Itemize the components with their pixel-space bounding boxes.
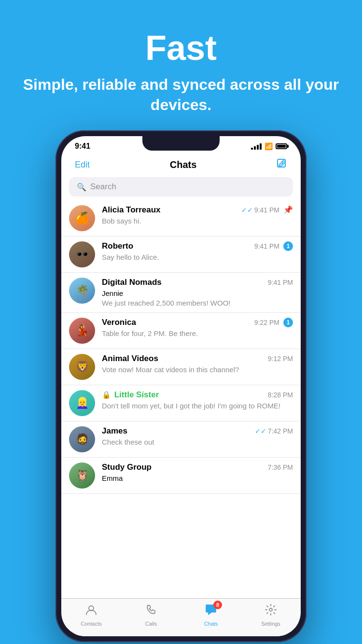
chat-preview-sister: Don't tell mom yet, but I got the job! I… — [102, 401, 293, 411]
avatar-animal: 🦁 — [69, 354, 95, 380]
chat-name-animal: Animal Videos — [102, 354, 158, 364]
double-check-james-icon: ✓✓ — [255, 427, 266, 435]
signal-icon — [251, 143, 262, 150]
chat-item-study[interactable]: 🦉 Study Group 7:36 PM Emma — [61, 458, 301, 494]
settings-icon — [265, 603, 277, 619]
chat-name-sister: 🔒 Little Sister — [102, 390, 159, 400]
avatar-study: 🦉 — [69, 462, 95, 489]
chat-item-sister[interactable]: 👱‍♀️ 🔒 Little Sister 8:28 PM Don't tell … — [61, 385, 301, 421]
page-title: Chats — [170, 159, 197, 170]
chat-time-sister: 8:28 PM — [268, 391, 293, 399]
chat-time-alicia: ✓✓9:41 PM — [241, 206, 279, 214]
chat-item-roberto[interactable]: 🕶️ Roberto 9:41 PM Say hello to Alice. 1 — [61, 237, 301, 273]
tab-settings[interactable]: Settings — [241, 603, 301, 627]
status-time: 9:41 — [75, 142, 90, 151]
chat-content-digital: Digital Nomads 9:41 PM JennieWe just rea… — [102, 278, 293, 308]
tab-calls[interactable]: Calls — [121, 603, 181, 627]
phone-mockup: 9:41 📶 Edit Chats — [56, 130, 306, 644]
svg-point-2 — [269, 608, 272, 611]
chat-meta-roberto: 1 — [283, 241, 293, 251]
chat-content-study: Study Group 7:36 PM Emma — [102, 462, 293, 483]
avatar-james: 🧔 — [69, 426, 95, 452]
chat-preview-animal: Vote now! Moar cat videos in this channe… — [102, 365, 293, 375]
chat-content-veronica: Veronica 9:22 PM Table for four, 2 PM. B… — [102, 318, 279, 338]
avatar-roberto: 🕶️ — [69, 241, 95, 267]
contacts-label: Contacts — [81, 621, 101, 627]
search-bar[interactable]: 🔍 Search — [69, 177, 293, 196]
hero-title: Fast — [19, 29, 343, 67]
chat-preview-roberto: Say hello to Alice. — [102, 252, 279, 262]
calls-label: Calls — [145, 621, 157, 627]
chat-item-james[interactable]: 🧔 James ✓✓7:42 PM Check these out — [61, 421, 301, 458]
tab-bar: Contacts Calls 8 — [61, 598, 301, 636]
tab-contacts[interactable]: Contacts — [61, 603, 121, 627]
chat-time-james: ✓✓7:42 PM — [255, 427, 293, 435]
chat-preview-veronica: Table for four, 2 PM. Be there. — [102, 329, 279, 338]
chat-preview-alicia: Bob says hi. — [102, 216, 279, 226]
chat-item-digital[interactable]: 🌴 Digital Nomads 9:41 PM JennieWe just r… — [61, 273, 301, 313]
calls-icon — [145, 603, 157, 619]
battery-icon — [276, 143, 287, 149]
search-icon: 🔍 — [77, 182, 86, 192]
chat-name-digital: Digital Nomads — [102, 278, 162, 287]
chat-item-animal[interactable]: 🦁 Animal Videos 9:12 PM Vote now! Moar c… — [61, 349, 301, 385]
hero-section: Fast Simple, reliable and synced across … — [0, 0, 362, 129]
chat-content-james: James ✓✓7:42 PM Check these out — [102, 426, 293, 447]
chat-name-study: Study Group — [102, 462, 152, 472]
chat-preview-digital: JennieWe just reached 2,500 members! WOO… — [102, 289, 293, 308]
contacts-icon — [85, 603, 97, 619]
chat-time-roberto: 9:41 PM — [254, 242, 279, 250]
chat-name-james: James — [102, 426, 127, 436]
chat-name-alicia: Alicia Torreaux — [102, 205, 161, 215]
chat-content-alicia: Alicia Torreaux ✓✓9:41 PM Bob says hi. — [102, 205, 279, 226]
avatar-sister: 👱‍♀️ — [69, 390, 95, 416]
double-check-icon: ✓✓ — [241, 206, 253, 214]
chat-time-study: 7:36 PM — [268, 463, 293, 471]
avatar-veronica: 💃 — [69, 318, 95, 344]
chat-time-veronica: 9:22 PM — [254, 319, 279, 326]
avatar-digital: 🌴 — [69, 278, 95, 304]
chat-content-roberto: Roberto 9:41 PM Say hello to Alice. — [102, 241, 279, 262]
avatar-alicia: 🍊 — [69, 205, 95, 231]
chat-meta-alicia: 📌 — [283, 205, 293, 214]
phone-screen: 9:41 📶 Edit Chats — [61, 136, 301, 636]
chat-item-veronica[interactable]: 💃 Veronica 9:22 PM Table for four, 2 PM.… — [61, 313, 301, 349]
chat-content-sister: 🔒 Little Sister 8:28 PM Don't tell mom y… — [102, 390, 293, 411]
chats-badge: 8 — [213, 601, 222, 609]
chat-time-digital: 9:41 PM — [268, 279, 293, 286]
phone-notch — [142, 136, 220, 151]
nav-bar: Edit Chats — [61, 154, 301, 177]
chat-item-alicia[interactable]: 🍊 Alicia Torreaux ✓✓9:41 PM Bob says hi.… — [61, 200, 301, 237]
chats-label: Chats — [204, 621, 218, 627]
edit-button[interactable]: Edit — [75, 160, 90, 170]
chat-meta-veronica: 1 — [283, 318, 293, 327]
search-input[interactable]: Search — [90, 182, 116, 192]
chat-time-animal: 9:12 PM — [268, 355, 293, 363]
chat-name-roberto: Roberto — [102, 241, 133, 251]
chat-name-veronica: Veronica — [102, 318, 136, 327]
tab-chats[interactable]: 8 Chats — [181, 603, 241, 627]
chat-preview-study: Emma — [102, 474, 293, 483]
hero-subtitle: Simple, reliable and synced across all y… — [19, 75, 343, 115]
lock-icon: 🔒 — [102, 391, 111, 399]
phone-frame: 9:41 📶 Edit Chats — [56, 130, 306, 642]
compose-button[interactable] — [277, 158, 287, 171]
pin-icon: 📌 — [283, 205, 293, 214]
settings-label: Settings — [261, 621, 280, 627]
chats-icon: 8 — [205, 603, 217, 619]
chat-content-animal: Animal Videos 9:12 PM Vote now! Moar cat… — [102, 354, 293, 375]
unread-badge-roberto: 1 — [283, 241, 293, 251]
status-icons: 📶 — [251, 142, 287, 150]
unread-badge-veronica: 1 — [283, 318, 293, 327]
wifi-icon: 📶 — [265, 142, 273, 150]
chat-preview-james: Check these out — [102, 437, 293, 447]
chat-list: 🍊 Alicia Torreaux ✓✓9:41 PM Bob says hi.… — [61, 200, 301, 494]
